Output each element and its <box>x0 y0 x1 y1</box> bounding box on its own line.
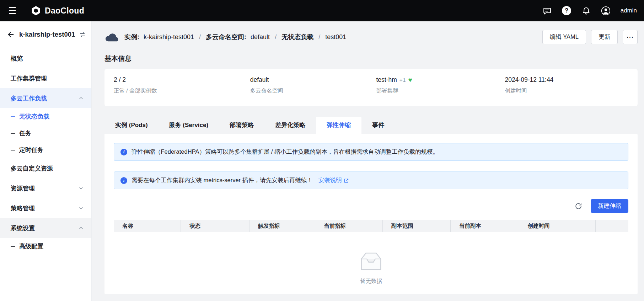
metrics-server-alert: i 需要在每个工作集群内安装 metrics-server 插件，请先安装后再继… <box>114 171 628 189</box>
info-icon: i <box>120 149 127 155</box>
breadcrumb: 实例: k-kairship-test001 / 多云命名空间: default… <box>104 31 346 43</box>
sub-item-dash <box>11 150 15 150</box>
sidebar-item-label: 定时任务 <box>19 146 43 154</box>
tab-service[interactable]: 服务 (Service) <box>159 117 219 134</box>
header-cell-current-metric: 当前指标 <box>315 220 382 232</box>
tab-events[interactable]: 事件 <box>361 117 395 134</box>
stat-label: 正常 / 全部实例数 <box>114 87 250 95</box>
tab-deploy-policy[interactable]: 部署策略 <box>219 117 264 134</box>
healthy-heart-icon: ♥ <box>408 76 412 83</box>
back-button[interactable] <box>7 31 15 38</box>
sidebar-item-label: 无状态负载 <box>19 112 49 121</box>
create-hpa-button[interactable]: 新建伸缩 <box>591 199 628 213</box>
brand-logo[interactable]: DaoCloud <box>31 5 84 16</box>
sidebar-item-cronjobs[interactable]: 定时任务 <box>0 142 91 158</box>
tab-pods[interactable]: 实例 (Pods) <box>104 117 159 134</box>
sidebar-item-custom-resources[interactable]: 多云自定义资源 <box>0 158 91 178</box>
app-topbar: ☰ DaoCloud ? <box>0 0 644 21</box>
brand-name: DaoCloud <box>45 6 84 16</box>
avatar[interactable] <box>601 6 611 16</box>
sidebar-group-system-settings[interactable]: 系统设置 <box>0 218 91 238</box>
breadcrumb-namespace-label: 多云命名空间: <box>206 33 246 41</box>
header-cell-actions <box>595 220 628 232</box>
header-cell-name: 名称 <box>114 220 181 232</box>
bell-icon[interactable] <box>581 6 591 16</box>
hamburger-menu-icon[interactable]: ☰ <box>7 5 18 16</box>
header-cell-replica-range: 副本范围 <box>382 220 450 232</box>
sidebar-item-label: 概览 <box>11 54 23 63</box>
sidebar-item-overview[interactable]: 概览 <box>0 48 91 68</box>
cluster-chip: test-hm <box>376 76 397 84</box>
chat-icon[interactable] <box>542 6 552 16</box>
stat-value: 2024-09-12 11:44 <box>505 76 628 84</box>
refresh-button[interactable] <box>575 202 582 210</box>
help-icon[interactable]: ? <box>562 6 571 16</box>
info-icon: i <box>120 177 127 184</box>
app-root: ☰ DaoCloud ? <box>0 0 644 301</box>
tab-hpa[interactable]: 弹性伸缩 <box>316 117 361 134</box>
stat-value: 2 / 2 <box>114 76 250 84</box>
sidebar-group-policy-management[interactable]: 策略管理 <box>0 198 91 218</box>
switch-cluster-icon[interactable] <box>79 31 86 38</box>
breadcrumb-namespace-value[interactable]: default <box>251 33 270 41</box>
edit-yaml-button[interactable]: 编辑 YAML <box>542 30 586 44</box>
username[interactable]: admin <box>621 7 637 14</box>
refresh-icon <box>575 202 582 210</box>
sidebar-item-label: 策略管理 <box>11 204 35 212</box>
sub-item-dash <box>11 116 15 117</box>
breadcrumb-separator: / <box>198 33 202 41</box>
stat-value: test-hm +1 ♥ <box>376 76 505 84</box>
sidebar-item-label: 多云工作负载 <box>11 94 47 102</box>
sidebar-item-jobs[interactable]: 任务 <box>0 125 91 142</box>
stat-clusters: test-hm +1 ♥ 部署集群 <box>376 76 505 99</box>
header-cell-current-replicas: 当前副本 <box>450 220 519 232</box>
breadcrumb-workload-type[interactable]: 无状态负载 <box>281 33 313 41</box>
main-content: 实例: k-kairship-test001 / 多云命名空间: default… <box>92 21 644 301</box>
stat-value: default <box>250 76 376 84</box>
stat-label: 创建时间 <box>505 87 628 95</box>
header-cell-status: 状态 <box>181 220 249 232</box>
breadcrumb-separator: / <box>318 33 321 41</box>
back-arrow-icon <box>7 31 15 38</box>
daocloud-logo-icon <box>31 5 41 16</box>
more-actions-button[interactable]: ⋯ <box>623 30 638 44</box>
sidebar-item-deployments[interactable]: 无状态负载 <box>0 108 91 125</box>
chevron-up-icon <box>79 96 84 101</box>
update-button[interactable]: 更新 <box>591 30 618 44</box>
page-header: 实例: k-kairship-test001 / 多云命名空间: default… <box>104 28 638 46</box>
sidebar-item-label: 资源管理 <box>11 184 35 192</box>
sidebar-item-advanced-config[interactable]: 高级配置 <box>0 238 91 255</box>
basic-info-title: 基本信息 <box>104 54 638 63</box>
stat-label: 多云命名空间 <box>250 87 376 95</box>
install-docs-link-text: 安装说明 <box>318 176 342 184</box>
hpa-table-header: 名称 状态 触发指标 当前指标 副本范围 当前副本 创建时间 <box>114 220 628 232</box>
hpa-panel: i 弹性伸缩（FederatedHPA）策略可以跨多个集群扩展 / 缩小工作负载… <box>104 134 638 294</box>
breadcrumb-instance-label: 实例: <box>124 33 139 41</box>
stat-label: 部署集群 <box>376 87 505 95</box>
sidebar-group-resource-management[interactable]: 资源管理 <box>0 178 91 198</box>
header-cell-trigger-metric: 触发指标 <box>249 220 315 232</box>
chevron-down-icon <box>79 186 84 191</box>
sub-item-dash <box>11 133 15 134</box>
stat-instances: 2 / 2 正常 / 全部实例数 <box>114 76 250 99</box>
breadcrumb-separator: / <box>274 33 277 41</box>
workload-tabs: 实例 (Pods) 服务 (Service) 部署策略 差异化策略 弹性伸缩 事… <box>104 117 638 134</box>
breadcrumb-instance-value[interactable]: k-kairship-test001 <box>144 33 194 41</box>
empty-text: 暂无数据 <box>360 278 382 285</box>
chevron-down-icon <box>79 206 84 211</box>
stat-namespace: default 多云命名空间 <box>250 76 376 99</box>
topbar-actions: ? admin <box>542 6 637 16</box>
hpa-info-alert: i 弹性伸缩（FederatedHPA）策略可以跨多个集群扩展 / 缩小工作负载… <box>114 143 628 161</box>
empty-box-icon <box>358 250 385 273</box>
cluster-name: k-kairship-test001 <box>19 31 75 38</box>
cluster-extra-count[interactable]: +1 <box>399 77 406 83</box>
install-docs-link[interactable]: 安装说明 <box>318 176 349 184</box>
sidebar-group-multicloud-workloads[interactable]: 多云工作负载 <box>0 88 91 108</box>
tab-diff-policy[interactable]: 差异化策略 <box>264 117 316 134</box>
external-link-icon <box>344 178 349 183</box>
sidebar-menu: 概览 工作集群管理 多云工作负载 无状态负载 任务 定时任务 <box>0 46 91 255</box>
sidebar-item-label: 工作集群管理 <box>11 74 47 83</box>
sub-item-dash <box>11 246 15 247</box>
empty-state: 暂无数据 <box>114 250 628 285</box>
sidebar-item-worker-clusters[interactable]: 工作集群管理 <box>0 68 91 88</box>
